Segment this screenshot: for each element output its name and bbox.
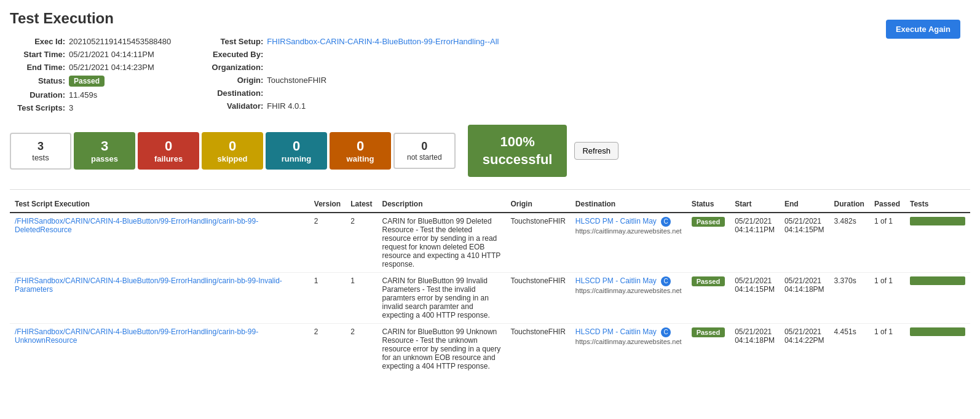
col-header-tests: Tests — [905, 196, 970, 213]
destination-label: Destination: — [208, 88, 263, 98]
execute-again-button[interactable]: Execute Again — [886, 20, 960, 39]
not-started-box: 0 not started — [393, 133, 456, 169]
organization-label: Organization: — [208, 63, 263, 72]
origin-label: Origin: — [208, 76, 263, 85]
cell-tests-2 — [905, 324, 970, 375]
col-header-end: End — [780, 196, 829, 213]
dest-url-1: https://caitlinmay.azurewebsites.net — [575, 287, 682, 294]
cell-script-1: /FHIRSandbox/CARIN/CARIN-4-BlueButton/99… — [10, 273, 309, 324]
col-header-latest: Latest — [346, 196, 377, 213]
table-row: /FHIRSandbox/CARIN/CARIN-4-BlueButton/99… — [10, 324, 970, 375]
cell-tests-1 — [905, 273, 970, 324]
script-link-2[interactable]: /FHIRSandbox/CARIN/CARIN-4-BlueButton/99… — [15, 327, 304, 345]
cell-passed-1: 1 of 1 — [869, 273, 905, 324]
cell-status-1: Passed — [687, 273, 730, 324]
table-row: /FHIRSandbox/CARIN/CARIN-4-BlueButton/99… — [10, 273, 970, 324]
status-badge: Passed — [69, 76, 105, 87]
col-header-destination: Destination — [571, 196, 687, 213]
dest-link-1[interactable]: HLSCD PM - Caitlin May C — [575, 276, 682, 286]
cell-version-2: 2 — [309, 324, 346, 375]
end-time-value: 05/21/2021 04:14:23PM — [69, 63, 154, 72]
script-link-0[interactable]: /FHIRSandbox/CARIN/CARIN-4-BlueButton/99… — [15, 217, 304, 234]
cell-script-2: /FHIRSandbox/CARIN/CARIN-4-BlueButton/99… — [10, 324, 309, 375]
executed-by-label: Executed By: — [208, 50, 263, 59]
end-time-label: End Time: — [10, 63, 65, 72]
test-setup-link[interactable]: FHIRSandbox-CARIN-CARIN-4-BlueButton-99-… — [267, 37, 499, 46]
test-scripts-label: Test Scripts: — [10, 103, 65, 112]
cell-description-0: CARIN for BlueButton 99 Deleted Resource… — [377, 213, 506, 273]
start-time-value: 05/21/2021 04:14:11PM — [69, 50, 154, 59]
cell-description-1: CARIN for BlueButton 99 Invalid Paramete… — [377, 273, 506, 324]
dest-link-0[interactable]: HLSCD PM - Caitlin May C — [575, 217, 682, 227]
status-passed-0: Passed — [692, 217, 725, 227]
script-link-1[interactable]: /FHIRSandbox/CARIN/CARIN-4-BlueButton/99… — [15, 276, 304, 294]
cell-origin-2: TouchstoneFHIR — [505, 324, 570, 375]
dest-link-2[interactable]: HLSCD PM - Caitlin May C — [575, 327, 682, 337]
origin-value: TouchstoneFHIR — [267, 76, 326, 85]
cell-passed-2: 1 of 1 — [869, 324, 905, 375]
running-label: running — [282, 154, 311, 163]
passes-label: passes — [91, 154, 118, 163]
passes-box: 3 passes — [74, 132, 135, 170]
progress-bar-container-0 — [910, 217, 965, 225]
skipped-label: skipped — [217, 154, 247, 163]
status-passed-2: Passed — [692, 327, 725, 337]
total-label: tests — [32, 153, 49, 162]
col-header-script: Test Script Execution — [10, 196, 309, 213]
col-header-status: Status — [687, 196, 730, 213]
page-title: Test Execution — [10, 10, 970, 27]
running-box: 0 running — [266, 132, 327, 170]
cell-destination-0: HLSCD PM - Caitlin May C https://caitlin… — [571, 213, 687, 273]
col-header-passed: Passed — [869, 196, 905, 213]
total-count: 3 — [38, 140, 44, 153]
col-header-origin: Origin — [505, 196, 570, 213]
waiting-box: 0 waiting — [330, 132, 391, 170]
success-box: 100% successful — [468, 125, 567, 177]
validator-value: FHIR 4.0.1 — [267, 101, 306, 111]
dest-url-0: https://caitlinmay.azurewebsites.net — [575, 227, 682, 235]
cell-origin-0: TouchstoneFHIR — [505, 213, 570, 273]
test-script-table: Test Script Execution Version Latest Des… — [10, 196, 970, 374]
not-started-count: 0 — [421, 140, 427, 153]
cell-version-1: 1 — [309, 273, 346, 324]
dest-url-2: https://caitlinmay.azurewebsites.net — [575, 338, 682, 345]
total-tests-box: 3 tests — [10, 133, 71, 170]
cell-end-1: 05/21/2021 04:14:18PM — [780, 273, 829, 324]
status-passed-1: Passed — [692, 276, 725, 286]
cell-latest-1: 1 — [346, 273, 377, 324]
cell-status-2: Passed — [687, 324, 730, 375]
col-header-version: Version — [309, 196, 346, 213]
cell-passed-0: 1 of 1 — [869, 213, 905, 273]
exec-id-value: 20210521191415453588480 — [69, 37, 171, 46]
cell-script-0: /FHIRSandbox/CARIN/CARIN-4-BlueButton/99… — [10, 213, 309, 273]
progress-bar-container-2 — [910, 327, 965, 336]
table-row: /FHIRSandbox/CARIN/CARIN-4-BlueButton/99… — [10, 213, 970, 273]
success-label: successful — [483, 151, 553, 169]
col-header-start: Start — [730, 196, 780, 213]
start-time-label: Start Time: — [10, 50, 65, 59]
cell-version-0: 2 — [309, 213, 346, 273]
cell-duration-0: 3.482s — [829, 213, 869, 273]
waiting-label: waiting — [347, 154, 374, 163]
failures-label: failures — [154, 154, 183, 163]
cell-start-1: 05/21/2021 04:14:15PM — [730, 273, 780, 324]
cell-latest-0: 2 — [346, 213, 377, 273]
cell-start-2: 05/21/2021 04:14:18PM — [730, 324, 780, 375]
validator-label: Validator: — [208, 101, 263, 111]
cell-end-0: 05/21/2021 04:14:15PM — [780, 213, 829, 273]
cell-duration-1: 3.370s — [829, 273, 869, 324]
refresh-button[interactable]: Refresh — [574, 142, 618, 160]
cell-tests-0 — [905, 213, 970, 273]
cell-origin-1: TouchstoneFHIR — [505, 273, 570, 324]
cell-duration-2: 4.451s — [829, 324, 869, 375]
progress-bar-fill-1 — [910, 276, 965, 285]
col-header-duration: Duration — [829, 196, 869, 213]
exec-id-label: Exec Id: — [10, 37, 65, 46]
passes-count: 3 — [101, 138, 108, 154]
cell-latest-2: 2 — [346, 324, 377, 375]
cell-destination-1: HLSCD PM - Caitlin May C https://caitlin… — [571, 273, 687, 324]
cell-description-2: CARIN for BlueButton 99 Unknown Resource… — [377, 324, 506, 375]
running-count: 0 — [293, 138, 300, 154]
test-setup-label: Test Setup: — [208, 37, 263, 46]
progress-bar-container-1 — [910, 276, 965, 285]
